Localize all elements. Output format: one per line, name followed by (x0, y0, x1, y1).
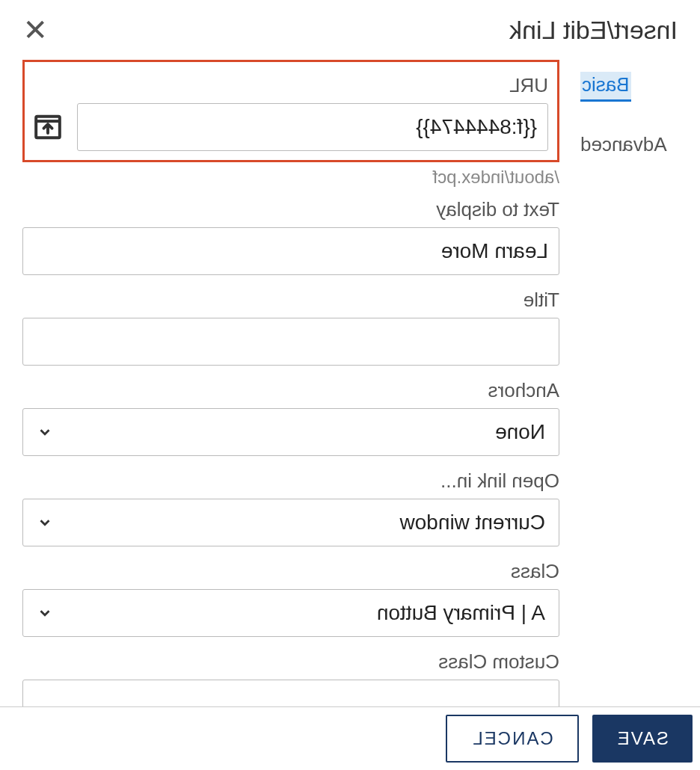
open-in-select[interactable]: Current window (22, 499, 559, 546)
tabs-sidebar: Basic Advanced (580, 60, 678, 741)
save-button[interactable]: SAVE (592, 715, 693, 763)
class-value: A | Primary Button (377, 601, 545, 625)
class-select[interactable]: A | Primary Button (22, 589, 559, 637)
chevron-down-icon (37, 605, 53, 621)
browse-file-icon[interactable] (34, 113, 62, 141)
form-panel: URL /about/index.pcf Text to display (22, 60, 559, 741)
class-label: Class (22, 560, 559, 583)
insert-edit-link-dialog: Insert/Edit Link ✕ Basic Advanced URL (0, 0, 700, 748)
url-field-group: URL (34, 74, 548, 151)
chevron-down-icon (37, 514, 53, 531)
dialog-header: Insert/Edit Link ✕ (22, 15, 678, 45)
text-display-field: Text to display (22, 198, 559, 275)
open-in-label: Open link in... (22, 469, 559, 493)
custom-class-label: Custom Class (22, 650, 559, 674)
title-field: Title (22, 289, 559, 366)
tab-basic[interactable]: Basic (580, 72, 631, 102)
tab-advanced[interactable]: Advanced (580, 120, 678, 159)
title-label: Title (22, 289, 559, 312)
dialog-title: Insert/Edit Link (509, 16, 678, 45)
anchors-value: None (495, 420, 545, 444)
chevron-down-icon (37, 424, 53, 440)
url-input[interactable] (77, 103, 548, 151)
text-display-input[interactable] (22, 227, 559, 275)
cancel-button[interactable]: CANCEL (446, 715, 578, 763)
open-in-value: Current window (399, 511, 545, 535)
anchors-field: Anchors None (22, 379, 559, 456)
open-in-field: Open link in... Current window (22, 469, 559, 546)
anchors-select[interactable]: None (22, 408, 559, 456)
text-display-label: Text to display (22, 198, 559, 221)
title-input[interactable] (22, 318, 559, 366)
url-label: URL (34, 74, 548, 97)
dialog-body: Basic Advanced URL /about/in (22, 60, 678, 741)
dialog-footer: SAVE CANCEL (0, 706, 700, 763)
anchors-label: Anchors (22, 379, 559, 402)
close-icon[interactable]: ✕ (22, 15, 48, 45)
url-highlight: URL (22, 60, 559, 162)
url-helper-text: /about/index.pcf (22, 167, 559, 188)
class-field: Class A | Primary Button (22, 560, 559, 637)
